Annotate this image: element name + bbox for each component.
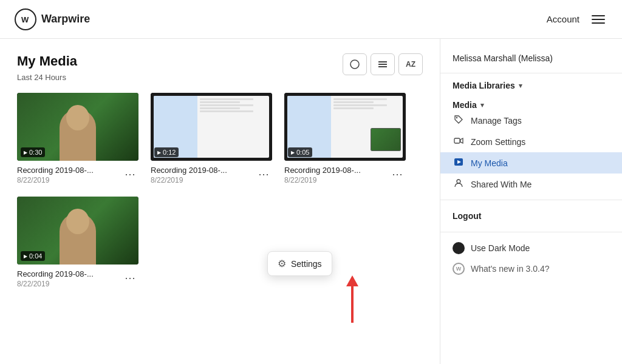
sidebar-logout[interactable]: Logout bbox=[440, 205, 622, 227]
play-rectangle-icon bbox=[453, 157, 465, 169]
gear-icon: ⚙ bbox=[278, 258, 286, 269]
card-title-3: Recording 2019-08-... bbox=[284, 166, 389, 175]
duration-3: 0:05 bbox=[296, 149, 309, 156]
media-card-3: ▶ 0:05 Recording 2019-08-... 8/22/2019 ⋯ bbox=[284, 93, 406, 184]
main-layout: My Media Last 24 Hours AZ bbox=[0, 39, 622, 364]
svg-marker-7 bbox=[460, 138, 463, 143]
card-title-1: Recording 2019-08-... bbox=[17, 166, 121, 175]
play-icon-4: ▶ bbox=[24, 254, 27, 259]
settings-popup-text: Settings bbox=[291, 259, 322, 269]
hamburger-line-2 bbox=[592, 19, 605, 20]
sidebar-item-dark-mode[interactable]: Use Dark Mode bbox=[440, 237, 622, 259]
logo-icon: W bbox=[15, 8, 36, 30]
card-info-1: Recording 2019-08-... 8/22/2019 ⋯ bbox=[17, 161, 138, 184]
svg-point-10 bbox=[457, 180, 460, 183]
more-button-4[interactable]: ⋯ bbox=[121, 269, 138, 286]
header-right: Account bbox=[547, 13, 607, 26]
thumbnail-4[interactable]: ▶ 0:04 bbox=[17, 197, 138, 265]
more-button-2[interactable]: ⋯ bbox=[255, 166, 272, 183]
arrow-shaft bbox=[351, 286, 354, 323]
dark-mode-toggle-icon bbox=[453, 242, 465, 254]
ti-row bbox=[333, 98, 387, 100]
more-button-3[interactable]: ⋯ bbox=[389, 166, 406, 183]
thumbnail-3[interactable]: ▶ 0:05 bbox=[284, 93, 406, 161]
play-icon-2: ▶ bbox=[157, 150, 161, 155]
duration-4: 0:04 bbox=[29, 252, 42, 260]
thumbnail-2[interactable]: ▶ 0:12 bbox=[151, 93, 272, 161]
sidebar-item-shared-with-me[interactable]: Shared With Me bbox=[440, 174, 622, 195]
media-card-4: ▶ 0:04 Recording 2019-08-... 8/22/2019 ⋯ bbox=[17, 197, 138, 288]
sidebar-divider-1 bbox=[440, 200, 622, 200]
svg-point-1 bbox=[350, 60, 359, 69]
sidebar-item-my-media[interactable]: My Media bbox=[440, 152, 622, 174]
card-title-4: Recording 2019-08-... bbox=[17, 269, 121, 278]
svg-text:W: W bbox=[21, 15, 29, 24]
arrow-head bbox=[346, 275, 358, 286]
svg-rect-4 bbox=[378, 66, 387, 67]
logo-area[interactable]: W Warpwire bbox=[15, 8, 90, 30]
card-title-2: Recording 2019-08-... bbox=[151, 166, 255, 175]
card-info-2: Recording 2019-08-... 8/22/2019 ⋯ bbox=[151, 161, 272, 184]
sidebar-user: Melissa Marshall (Melissa) bbox=[440, 49, 622, 73]
settings-popup[interactable]: ⚙ Settings bbox=[267, 251, 332, 276]
circle-view-button[interactable] bbox=[343, 53, 367, 75]
duration-2: 0:12 bbox=[163, 149, 176, 156]
play-icon-3: ▶ bbox=[291, 150, 295, 155]
manage-tags-label: Manage Tags bbox=[471, 116, 522, 126]
arrow-indicator bbox=[346, 275, 358, 323]
sidebar: Melissa Marshall (Melissa) Media Librari… bbox=[440, 39, 622, 364]
media-grid: ▶ 0:30 Recording 2019-08-... 8/22/2019 ⋯ bbox=[17, 93, 423, 288]
card-info-4: Recording 2019-08-... 8/22/2019 ⋯ bbox=[17, 265, 138, 288]
sidebar-item-zoom-settings[interactable]: Zoom Settings bbox=[440, 131, 622, 152]
ti-row bbox=[200, 110, 253, 112]
card-date-2: 8/22/2019 bbox=[151, 176, 255, 184]
list-view-button[interactable] bbox=[371, 53, 395, 75]
chevron-down-media-icon: ▾ bbox=[480, 101, 484, 109]
svg-rect-3 bbox=[378, 64, 387, 65]
sort-az-button[interactable]: AZ bbox=[398, 53, 423, 75]
tag-icon bbox=[453, 115, 465, 126]
hamburger-line-1 bbox=[592, 15, 605, 16]
content-area: My Media Last 24 Hours AZ bbox=[0, 39, 440, 364]
hamburger-menu[interactable] bbox=[589, 13, 607, 26]
view-controls: AZ bbox=[343, 53, 423, 75]
dark-mode-label: Use Dark Mode bbox=[471, 243, 530, 253]
my-media-label: My Media bbox=[471, 158, 508, 168]
header: W Warpwire Account bbox=[0, 0, 622, 39]
hamburger-line-3 bbox=[592, 22, 605, 24]
whats-new-label: What's new in 3.0.4? bbox=[471, 264, 550, 274]
sidebar-item-manage-tags[interactable]: Manage Tags bbox=[440, 110, 622, 131]
thumbnail-1[interactable]: ▶ 0:30 bbox=[17, 93, 138, 161]
more-button-1[interactable]: ⋯ bbox=[121, 166, 138, 183]
play-icon-1: ▶ bbox=[24, 150, 27, 155]
zoom-settings-label: Zoom Settings bbox=[471, 137, 525, 147]
duration-badge-4: ▶ 0:04 bbox=[21, 251, 45, 261]
media-header[interactable]: Media ▾ bbox=[453, 100, 610, 110]
svg-rect-2 bbox=[378, 61, 387, 62]
warpwire-mini-icon: W bbox=[453, 263, 465, 275]
logo-text: Warpwire bbox=[41, 13, 90, 25]
card-meta-2: Recording 2019-08-... 8/22/2019 bbox=[151, 166, 255, 184]
chevron-down-icon: ▾ bbox=[519, 82, 522, 90]
card-info-3: Recording 2019-08-... 8/22/2019 ⋯ bbox=[284, 161, 406, 184]
media-libraries-header[interactable]: Media Libraries ▾ bbox=[453, 81, 610, 90]
duration-1: 0:30 bbox=[29, 149, 42, 156]
sidebar-media-libraries-section: Media Libraries ▾ bbox=[440, 73, 622, 93]
media-card-1: ▶ 0:30 Recording 2019-08-... 8/22/2019 ⋯ bbox=[17, 93, 138, 184]
account-link[interactable]: Account bbox=[547, 14, 579, 24]
card-meta-1: Recording 2019-08-... 8/22/2019 bbox=[17, 166, 121, 184]
media-label: Media bbox=[453, 100, 477, 110]
shared-with-me-label: Shared With Me bbox=[471, 180, 531, 189]
ti-row bbox=[200, 107, 240, 109]
card-date-4: 8/22/2019 bbox=[17, 280, 121, 288]
thumb-small-preview-3 bbox=[371, 128, 401, 151]
ti-row bbox=[333, 101, 374, 103]
duration-badge-3: ▶ 0:05 bbox=[288, 147, 312, 157]
svg-rect-6 bbox=[454, 138, 460, 143]
svg-point-5 bbox=[456, 117, 457, 118]
sidebar-item-whats-new[interactable]: W What's new in 3.0.4? bbox=[440, 259, 622, 278]
ti-row bbox=[200, 98, 253, 100]
duration-badge-1: ▶ 0:30 bbox=[21, 147, 45, 157]
card-date-3: 8/22/2019 bbox=[284, 176, 389, 184]
tsp-inner bbox=[371, 129, 400, 150]
